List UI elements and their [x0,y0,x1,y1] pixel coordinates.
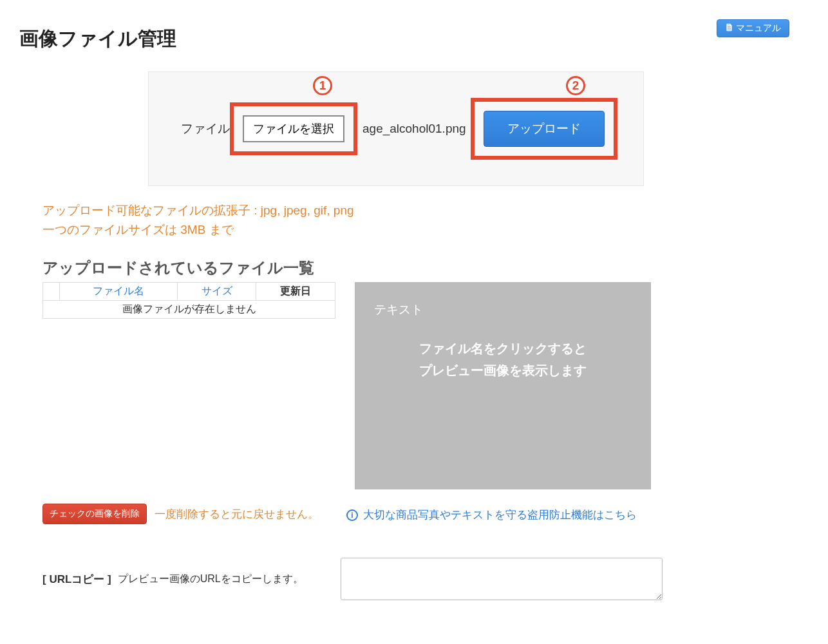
upload-button[interactable]: アップロード [484,111,605,147]
annotation-number-2: 2 [566,76,585,95]
preview-panel: テキスト ファイル名をクリックすると プレビュー画像を表示します [355,282,651,489]
document-icon [725,23,733,33]
column-size[interactable]: サイズ [177,283,256,301]
url-copy-description: プレビュー画像のURLをコピーします。 [118,573,303,586]
file-label: ファイル [181,120,230,137]
upload-panel: 1 2 ファイル ファイルを選択 age_alcohol01.png アップロー… [148,71,644,186]
choose-file-button[interactable]: ファイルを選択 [243,115,344,142]
max-size-text: 一つのファイルサイズは 3MB まで [42,222,809,238]
annotation-number-1: 1 [313,76,332,95]
allowed-extensions-text: アップロード可能なファイルの拡張子 : jpg, jpeg, gif, png [42,202,809,219]
preview-label: テキスト [374,301,632,318]
delete-warning-text: 一度削除すると元に戻せません。 [155,507,319,522]
theft-protection-link[interactable]: 大切な商品写真やテキストを守る盗用防止機能はこちら [363,507,637,522]
url-copy-textarea[interactable] [341,558,663,600]
file-list-table: ファイル名 サイズ 更新日 画像ファイルが存在しません [42,282,335,319]
table-empty-row: 画像ファイルが存在しません [43,301,335,319]
column-checkbox [43,283,60,301]
selected-filename: age_alcohol01.png [362,122,466,136]
url-copy-label: [ URLコピー ] [42,572,111,587]
annotation-highlight-1: ファイルを選択 [230,102,357,155]
manual-button-label: マニュアル [736,23,781,34]
empty-message: 画像ファイルが存在しません [43,301,335,319]
delete-checked-button[interactable]: チェックの画像を削除 [42,504,147,524]
annotation-highlight-2: アップロード [471,98,617,160]
uploaded-files-heading: アップロードされているファイル一覧 [42,258,809,278]
preview-message-line1: ファイル名をクリックすると [374,337,632,359]
preview-message-line2: プレビュー画像を表示します [374,359,632,381]
info-icon: i [346,509,358,521]
column-updated: 更新日 [256,283,335,301]
column-filename[interactable]: ファイル名 [60,283,178,301]
manual-button[interactable]: マニュアル [717,19,789,37]
page-title: 画像ファイル管理 [19,26,809,52]
